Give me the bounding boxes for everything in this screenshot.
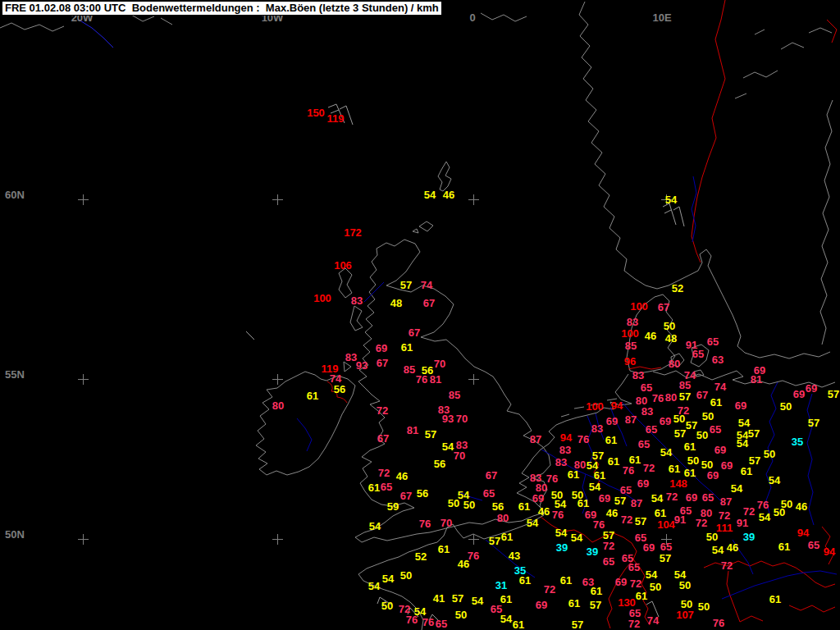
- station-gust-value: 72: [377, 405, 388, 416]
- station-gust-value: 83: [555, 457, 567, 468]
- station-gust-value: 61: [636, 591, 647, 601]
- station-gust-value: 80: [636, 395, 647, 406]
- station-gust-value: 54: [527, 518, 538, 528]
- station-gust-value: 80: [497, 513, 509, 523]
- station-gust-value: 65: [436, 619, 447, 629]
- station-gust-value: 91: [737, 518, 748, 528]
- lat-label: 55N: [5, 368, 25, 381]
- station-gust-value: 76: [416, 374, 427, 385]
- coast-sweden: [745, 100, 833, 358]
- station-gust-value: 52: [415, 551, 427, 562]
- station-gust-value: 69: [643, 542, 655, 553]
- wind-barb-atlantic: [246, 331, 254, 340]
- station-gust-value: 50: [400, 570, 412, 581]
- station-gust-value: 69: [585, 509, 596, 520]
- graticule-cross: [272, 534, 283, 545]
- station-gust-value: 150: [307, 107, 325, 118]
- station-gust-value: 56: [417, 488, 428, 499]
- coast-shetland: [438, 162, 451, 191]
- station-gust-value: 43: [509, 550, 520, 561]
- station-gust-value: 65: [483, 488, 495, 499]
- station-gust-value: 39: [743, 532, 755, 542]
- station-gust-value: 65: [603, 556, 614, 567]
- coast-topright: [735, 28, 832, 98]
- station-gust-value: 148: [669, 478, 687, 489]
- station-gust-value: 94: [611, 400, 623, 411]
- station-gust-value: 72: [630, 578, 641, 589]
- station-gust-value: 31: [495, 580, 507, 591]
- station-gust-value: 61: [605, 435, 617, 445]
- station-gust-value: 76: [406, 614, 418, 625]
- station-gust-value: 76: [419, 518, 431, 529]
- graticule-cross: [468, 194, 479, 205]
- station-gust-value: 69: [686, 492, 697, 503]
- station-gust-value: 81: [751, 374, 762, 385]
- station-gust-value: 50: [673, 413, 685, 424]
- station-gust-value: 67: [377, 358, 388, 368]
- station-gust-value: 65: [660, 541, 672, 552]
- station-gust-value: 50: [664, 321, 675, 331]
- station-gust-value: 61: [669, 463, 680, 474]
- station-gust-value: 106: [334, 260, 352, 271]
- station-gust-value: 72: [621, 514, 632, 525]
- station-gust-value: 87: [530, 434, 541, 445]
- station-gust-value: 65: [707, 336, 719, 347]
- station-gust-value: 61: [438, 544, 450, 555]
- station-gust-value: 50: [455, 609, 467, 620]
- station-gust-value: 50: [687, 455, 699, 466]
- station-gust-value: 61: [519, 575, 531, 586]
- station-gust-value: 93: [356, 360, 368, 371]
- station-gust-value: 54: [424, 189, 436, 200]
- station-gust-value: 54: [555, 527, 567, 538]
- station-gust-value: 54: [660, 447, 672, 458]
- station-gust-value: 61: [401, 342, 413, 353]
- lat-label: 50N: [5, 528, 25, 541]
- station-gust-value: 76: [757, 500, 769, 510]
- station-gust-value: 54: [369, 521, 381, 532]
- station-gust-value: 100: [586, 401, 604, 412]
- weather-map-screen: FRE 01.02.08 03:00 UTC Bodenwettermeldun…: [0, 0, 840, 630]
- station-gust-value: 57: [452, 593, 463, 604]
- station-gust-value: 57: [828, 389, 839, 399]
- lon-label: 0: [469, 11, 475, 24]
- wind-barb-norway: [663, 203, 684, 226]
- station-gust-value: 61: [518, 501, 530, 512]
- station-gust-value: 69: [707, 470, 719, 481]
- station-gust-value: 61: [608, 456, 619, 467]
- station-gust-value: 61: [568, 598, 580, 609]
- station-gust-value: 69: [599, 493, 610, 504]
- station-gust-value: 76: [713, 618, 724, 628]
- station-gust-value: 111: [716, 523, 733, 533]
- station-gust-value: 70: [454, 450, 465, 461]
- station-gust-value: 50: [650, 582, 661, 592]
- station-gust-value: 50: [679, 580, 691, 591]
- station-gust-value: 61: [368, 482, 380, 493]
- station-gust-value: 57: [808, 418, 819, 428]
- station-gust-value: 69: [532, 493, 544, 504]
- station-gust-value: 69: [660, 416, 671, 427]
- station-gust-value: 65: [680, 505, 692, 516]
- station-gust-value: 76: [552, 509, 564, 520]
- coast-orkney: [413, 221, 433, 233]
- station-gust-value: 65: [710, 424, 721, 435]
- station-gust-value: 72: [721, 560, 733, 571]
- station-gust-value: 46: [606, 508, 618, 518]
- station-gust-value: 69: [615, 577, 627, 587]
- station-gust-value: 76: [623, 465, 634, 476]
- station-gust-value: 61: [741, 466, 752, 477]
- station-gust-value: 74: [714, 381, 726, 392]
- station-gust-value: 80: [272, 400, 284, 411]
- station-gust-value: 59: [387, 501, 399, 512]
- lat-label: 60N: [5, 189, 25, 201]
- station-gust-value: 67: [400, 491, 412, 501]
- station-gust-value: 85: [404, 364, 415, 375]
- station-gust-value: 69: [721, 460, 733, 471]
- station-gust-value: 67: [658, 302, 669, 313]
- river-ireland: [297, 418, 312, 451]
- station-gust-value: 57: [489, 536, 500, 546]
- station-gust-value: 94: [560, 432, 572, 443]
- station-gust-value: 70: [434, 358, 445, 369]
- station-gust-value: 72: [719, 510, 730, 521]
- station-gust-value: 50: [702, 411, 714, 422]
- station-gust-value: 57: [635, 516, 646, 527]
